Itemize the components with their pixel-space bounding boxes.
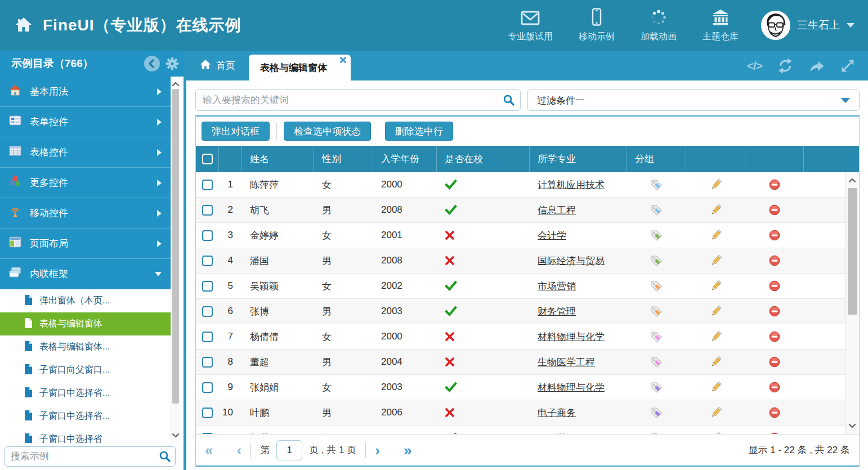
table-row[interactable]: 5吴颖颖女2002市场营销 (196, 274, 845, 299)
row-checkbox[interactable] (202, 357, 213, 368)
sidebar-item[interactable]: 页面布局 (0, 229, 171, 259)
edit-button[interactable] (710, 229, 722, 241)
row-checkbox[interactable] (202, 408, 213, 418)
scrollbar-thumb[interactable] (172, 89, 179, 404)
header-nav-item[interactable]: 移动示例 (579, 8, 615, 43)
major-link[interactable]: 市场营销 (538, 280, 576, 293)
table-row[interactable]: 3金婷婷女2001会计学 (196, 223, 845, 248)
header-nav-item[interactable]: 专业版试用 (508, 10, 553, 43)
edit-button[interactable] (710, 356, 722, 368)
table-row[interactable]: 8董超男2004生物医学工程 (196, 350, 845, 375)
sidebar-item[interactable]: 基本用法 (0, 77, 171, 107)
close-tab-icon[interactable] (339, 56, 347, 64)
sidebar-search-input[interactable] (5, 446, 176, 467)
major-link[interactable]: 信息工程 (538, 204, 576, 217)
edit-button[interactable] (710, 280, 722, 292)
sidebar-item[interactable]: 表单控件 (0, 107, 171, 137)
table-row[interactable]: 11赵琳女2002管理学 (196, 426, 845, 434)
column-header[interactable]: 是否在校 (437, 146, 530, 172)
edit-button[interactable] (710, 178, 722, 191)
row-checkbox[interactable] (202, 382, 213, 393)
header-nav-item[interactable]: 加载动画 (641, 9, 677, 43)
avatar[interactable] (761, 11, 790, 40)
column-header[interactable]: 姓名 (242, 146, 314, 172)
delete-button[interactable] (769, 255, 780, 266)
edit-button[interactable] (710, 432, 722, 434)
keyword-search-input[interactable] (195, 89, 521, 111)
delete-button[interactable] (769, 230, 780, 241)
delete-button[interactable] (769, 331, 780, 342)
scrollbar-thumb[interactable] (848, 188, 857, 315)
last-page-button[interactable]: » (404, 443, 411, 458)
table-row[interactable]: 10叶鹏男2006电子商务 (196, 400, 845, 426)
fullscreen-icon[interactable] (840, 58, 856, 74)
delete-button[interactable] (769, 356, 780, 368)
share-icon[interactable] (808, 58, 825, 74)
table-scrollbar[interactable] (845, 172, 859, 434)
first-page-button[interactable]: « (205, 443, 213, 458)
collapse-sidebar-button[interactable] (144, 56, 160, 71)
column-header[interactable]: 入学年份 (373, 146, 437, 172)
delete-button[interactable] (769, 432, 780, 434)
delete-button[interactable] (769, 306, 780, 317)
table-row[interactable]: 4潘国男2008国际经济与贸易 (196, 248, 845, 274)
select-all-checkbox[interactable] (202, 154, 213, 164)
edit-button[interactable] (710, 305, 722, 317)
view-source-icon[interactable]: </> (747, 59, 762, 73)
refresh-icon[interactable] (777, 57, 794, 74)
tab-home[interactable]: 首页 (186, 51, 249, 80)
major-link[interactable]: 生物医学工程 (538, 356, 595, 369)
submenu-item[interactable]: 弹出窗体（本页... (0, 289, 171, 312)
submenu-item[interactable]: 子窗口中选择省 (0, 428, 171, 443)
next-page-button[interactable]: › (375, 443, 380, 458)
toolbar-button[interactable]: 删除选中行 (385, 122, 453, 141)
edit-button[interactable] (710, 204, 722, 216)
home-icon[interactable] (15, 16, 33, 35)
column-header[interactable]: 所学专业 (530, 146, 627, 172)
scroll-down-icon[interactable] (172, 431, 180, 441)
row-checkbox[interactable] (202, 230, 213, 241)
toolbar-button[interactable]: 检查选中项状态 (284, 122, 371, 141)
scroll-up-icon[interactable] (172, 79, 180, 89)
edit-button[interactable] (710, 406, 722, 419)
column-header[interactable]: 分组 (627, 146, 686, 172)
header-nav-item[interactable]: 主题仓库 (703, 9, 739, 43)
sidebar-item[interactable]: 移动控件 (0, 198, 171, 229)
major-link[interactable]: 材料物理与化学 (538, 381, 605, 394)
row-checkbox[interactable] (202, 281, 213, 292)
edit-button[interactable] (710, 381, 722, 393)
delete-button[interactable] (769, 204, 780, 216)
sidebar-item[interactable]: 更多控件 (0, 168, 171, 198)
table-row[interactable]: 6张博男2003财务管理 (196, 299, 845, 324)
tab-active[interactable]: 表格与编辑窗体 (249, 55, 351, 80)
submenu-item[interactable]: 表格与编辑窗体... (0, 335, 171, 359)
search-icon[interactable] (159, 450, 171, 465)
sidebar-scrollbar[interactable] (171, 77, 180, 443)
row-checkbox[interactable] (202, 256, 213, 266)
gear-icon[interactable] (165, 57, 179, 70)
major-link[interactable]: 电子商务 (538, 406, 576, 419)
toolbar-button[interactable]: 弹出对话框 (202, 122, 270, 141)
row-checkbox[interactable] (202, 332, 213, 342)
row-checkbox[interactable] (202, 306, 213, 317)
table-row[interactable]: 2胡飞男2008信息工程 (196, 198, 845, 223)
major-link[interactable]: 会计学 (538, 229, 566, 242)
delete-button[interactable] (769, 280, 780, 292)
search-icon[interactable] (503, 94, 515, 109)
row-checkbox[interactable] (202, 180, 213, 190)
submenu-item[interactable]: 子窗口中选择省... (0, 405, 171, 428)
delete-button[interactable] (769, 382, 780, 393)
submenu-item[interactable]: 子窗口中选择省... (0, 382, 171, 405)
table-row[interactable]: 1陈萍萍女2000计算机应用技术 (196, 172, 845, 198)
user-menu[interactable]: 三生石上 (761, 11, 868, 40)
scroll-down-icon[interactable] (848, 421, 856, 431)
major-link[interactable]: 计算机应用技术 (538, 178, 605, 191)
submenu-item[interactable]: 子窗口向父窗口... (0, 359, 171, 382)
page-number-input[interactable] (276, 440, 302, 460)
delete-button[interactable] (769, 179, 780, 190)
row-checkbox[interactable] (202, 433, 213, 435)
filter-dropdown[interactable]: 过滤条件一 (527, 89, 860, 111)
edit-button[interactable] (710, 254, 722, 267)
column-header[interactable]: 性别 (314, 146, 373, 172)
major-link[interactable]: 材料物理与化学 (538, 330, 605, 343)
